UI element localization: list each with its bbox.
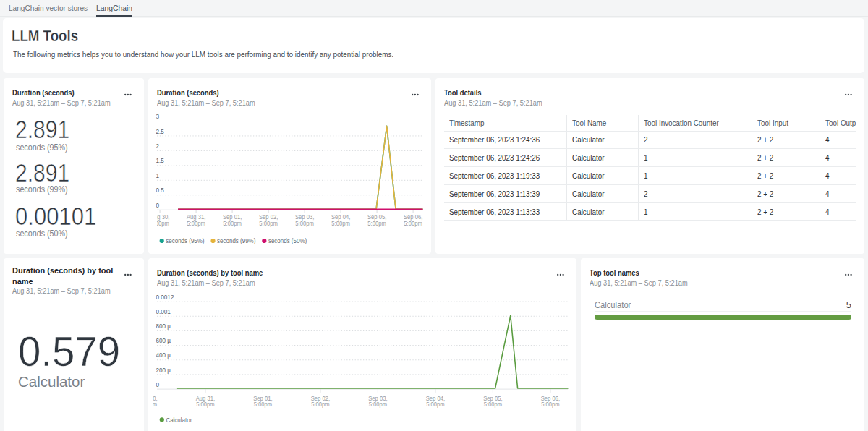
table-cell: 4: [820, 184, 856, 202]
legend-label[interactable]: seconds (50%): [268, 238, 306, 244]
table-cell: 1: [638, 167, 752, 185]
column-header[interactable]: Tool Output: [820, 115, 856, 132]
cell-text: 1: [644, 208, 648, 216]
cell-text: 2 + 2: [757, 171, 773, 180]
table-cell: September 06, 2023 1:19:33: [444, 167, 566, 185]
column-header[interactable]: Tool Input: [752, 115, 820, 132]
ellipsis-menu-icon[interactable]: [124, 273, 132, 276]
y-axis-label: 2: [156, 142, 159, 150]
series-line: [178, 126, 422, 209]
y-axis-label: 0.5: [156, 187, 163, 195]
column-header[interactable]: Tool Name: [566, 115, 638, 132]
cell-text: September 06, 2023 1:19:33: [449, 171, 540, 180]
duration-by-tool-line-chart[interactable]: 0200 µ400 µ600 µ800 µ0.0010.0012Aug 30,5…: [148, 258, 576, 431]
table-cell: 2: [638, 131, 752, 149]
cell-text: 2: [644, 189, 648, 198]
y-axis-label: 0.0012: [156, 293, 174, 301]
panel-title: Top tool names: [590, 268, 841, 278]
series-line: [178, 126, 422, 209]
stat-value: 0.00101: [15, 204, 106, 229]
cell-text: Calculator: [572, 171, 605, 180]
column-header-text: Timestamp: [449, 119, 485, 127]
table-cell: 2: [638, 184, 752, 202]
bar-value: 5: [846, 300, 851, 310]
y-axis-label: 0: [156, 201, 159, 209]
ellipsis-menu-icon[interactable]: [845, 93, 852, 96]
panel-header: Tool details Aug 31, 5:21am – Sep 7, 5:2…: [444, 88, 840, 108]
legend-dot: [210, 239, 215, 243]
x-axis-label: 5:00pm: [331, 220, 350, 226]
title-text: Duration (seconds): [12, 88, 75, 98]
legend-dot: [262, 239, 266, 243]
legend-label[interactable]: seconds (95%): [166, 238, 204, 244]
stat-value: 2.891: [15, 117, 77, 142]
cell-text: Calculator: [572, 153, 605, 162]
table-row[interactable]: September 06, 2023 1:13:39Calculator22 +…: [444, 184, 856, 202]
description-text: The following metrics helps you to under…: [13, 50, 393, 59]
column-header-text: Tool Output: [825, 119, 856, 127]
ellipsis-menu-icon[interactable]: [845, 273, 852, 276]
tab-langchain-vector-stores[interactable]: LangChain vector stores: [9, 0, 99, 17]
bar-row-separator: [595, 311, 852, 312]
cell-text: 4: [825, 135, 830, 144]
table-row[interactable]: September 06, 2023 1:19:33Calculator12 +…: [444, 167, 856, 185]
table-cell: 2 + 2: [752, 149, 820, 167]
table-row[interactable]: September 06, 2023 1:13:33Calculator12 +…: [444, 202, 856, 221]
table-row[interactable]: September 06, 2023 1:24:26Calculator12 +…: [444, 149, 856, 167]
x-axis-label: 5:00pm: [259, 220, 278, 226]
series-line: [176, 315, 568, 388]
panel-title: Duration (seconds): [12, 88, 119, 98]
cell-text: 2: [644, 135, 648, 144]
bar-label-text: Calculator: [595, 300, 631, 310]
cell-text: September 06, 2023 1:13:39: [449, 189, 540, 198]
page-header: LLM Tools The following metrics helps yo…: [3, 18, 864, 73]
x-axis-label: 5:00pm: [223, 220, 242, 226]
cell-text: 4: [825, 208, 830, 216]
value-text: 2.891: [15, 117, 69, 142]
panel-duration-chart: Duration (seconds) Aug 31, 5:21am – Sep …: [148, 78, 432, 254]
legend-label[interactable]: seconds (99%): [217, 238, 255, 244]
ellipsis-menu-icon[interactable]: [124, 93, 132, 96]
tool-details-table-wrap: TimestampTool NameTool Invocation Counte…: [444, 115, 856, 221]
tab-label: LangChain vector stores: [9, 0, 88, 17]
column-header-text: Tool Name: [572, 119, 606, 127]
label-text: seconds (95%): [16, 143, 68, 153]
table-cell: September 06, 2023 1:13:33: [444, 202, 566, 221]
table-cell: Calculator: [566, 167, 638, 185]
x-axis-label: 5:00pm: [368, 401, 387, 407]
label-text: seconds (50%): [16, 229, 68, 239]
cell-text: 2 + 2: [757, 135, 773, 144]
x-axis-label: 5:00pm: [541, 401, 560, 407]
legend-label[interactable]: Calculator: [166, 417, 192, 423]
x-axis-label: 5:00pm: [426, 401, 445, 407]
legend-dot: [159, 417, 163, 422]
page-title: LLM Tools: [12, 28, 90, 43]
y-axis-label: 1: [156, 171, 159, 179]
time-range-text: Aug 31, 5:21am – Sep 7, 5:21am: [590, 278, 688, 288]
bar-label: Calculator: [595, 300, 637, 310]
stat-label: seconds (99%): [16, 185, 76, 195]
x-axis-label: 5:00pm: [148, 401, 157, 407]
panel-title: Tool details: [444, 88, 840, 98]
column-header[interactable]: Tool Invocation Counter: [638, 115, 752, 132]
stat-value: 2.891: [15, 161, 77, 186]
x-axis-label: 5:00pm: [187, 220, 205, 226]
y-axis-label: 600 µ: [156, 337, 171, 345]
duration-line-chart[interactable]: 00.511.522.53Aug 30,5:00pmAug 31,5:00pmS…: [148, 78, 432, 254]
table-cell: September 06, 2023 1:13:39: [444, 184, 566, 202]
stat-label: seconds (95%): [16, 143, 76, 153]
table-row[interactable]: September 06, 2023 1:24:36Calculator22 +…: [444, 131, 856, 149]
column-header[interactable]: Timestamp: [444, 115, 566, 132]
column-header-text: Tool Input: [757, 119, 788, 127]
page-description: The following metrics helps you to under…: [13, 50, 456, 59]
panel-header: Duration (seconds) by tool name Aug 31, …: [12, 265, 119, 296]
stat-value: 0.579: [18, 331, 122, 372]
table-header-row: TimestampTool NameTool Invocation Counte…: [444, 115, 856, 132]
x-axis-label: 5:00pm: [311, 401, 330, 407]
label-text: Calculator: [18, 375, 85, 390]
panel-duration-by-tool-chart: Duration (seconds) by tool name Aug 31, …: [148, 258, 576, 431]
cell-text: September 06, 2023 1:24:36: [449, 135, 540, 144]
table-cell: 2 + 2: [752, 184, 820, 202]
table-cell: Calculator: [566, 131, 638, 149]
cell-text: September 06, 2023 1:13:33: [449, 208, 540, 216]
